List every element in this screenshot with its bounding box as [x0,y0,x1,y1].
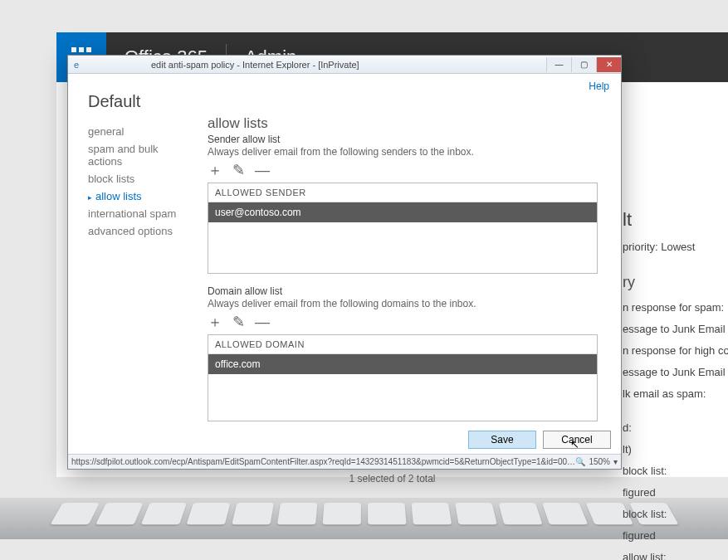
bg-line: lk email as spam: [623,385,728,403]
maximize-button[interactable]: ▢ [571,57,596,72]
selection-count: 1 selected of 2 total [56,473,728,485]
bg-line: essage to Junk Email folder [623,363,728,382]
add-sender-button[interactable]: ＋ [208,163,222,178]
help-link[interactable]: Help [589,80,609,92]
minimize-button[interactable]: — [546,57,571,72]
bg-line: figured [623,484,728,502]
background-right-panel: lt priority: Lowest ry n response for sp… [623,204,728,560]
zoom-icon: 🔍 [575,457,585,466]
domain-listbox[interactable]: ALLOWED DOMAIN office.com [208,334,598,421]
sender-list-row[interactable]: user@contoso.com [208,202,597,222]
bg-summary-header: ry [623,270,728,295]
status-bar: https://sdfpilot.outlook.com/ecp/Antispa… [68,454,621,469]
remove-sender-button[interactable]: — [255,163,270,178]
domain-list-header: ALLOWED DOMAIN [208,335,597,354]
dialog-footer: Save Cancel ↖ [68,426,621,454]
nav-block-lists[interactable]: block lists [88,170,194,187]
domain-allow-subtitle: Domain allow list [208,285,598,297]
window-title: edit anti-spam policy - Internet Explore… [151,60,359,70]
add-domain-button[interactable]: ＋ [208,314,222,329]
edit-sender-button[interactable]: ✎ [232,163,245,178]
remove-domain-button[interactable]: — [255,314,270,329]
ie-icon: e [68,60,85,70]
zoom-value: 150% [589,457,610,466]
left-nav: Default general spam and bulk actions bl… [68,74,201,426]
domain-list-row[interactable]: office.com [208,354,597,374]
bg-line: essage to Junk Email folder [623,320,728,338]
nav-allow-lists[interactable]: allow lists [88,187,194,205]
close-button[interactable]: ✕ [596,57,621,72]
bg-line: lt) [623,441,728,459]
edit-policy-dialog: e edit anti-spam policy - Internet Explo… [67,55,622,470]
bg-priority: priority: Lowest [623,238,728,256]
keyboard-decoration [0,498,728,539]
bg-policy-title: lt [623,204,728,235]
allow-lists-title: allow lists [208,115,598,132]
dialog-title: Default [88,92,194,111]
status-url: https://sdfpilot.outlook.com/ecp/Antispa… [71,457,575,466]
sender-allow-desc: Always deliver email from the following … [208,146,598,158]
cancel-button[interactable]: Cancel [543,431,611,449]
bg-line: allow list: [623,548,728,560]
zoom-dropdown-icon: ▾ [613,457,618,466]
sender-listbox[interactable]: ALLOWED SENDER user@contoso.com [208,183,598,274]
sender-toolbar: ＋ ✎ — [208,163,598,178]
zoom-control[interactable]: 🔍 150% ▾ [575,457,618,466]
save-button[interactable]: Save [468,431,536,449]
domain-toolbar: ＋ ✎ — [208,314,598,329]
nav-spam-bulk[interactable]: spam and bulk actions [88,140,194,170]
edit-domain-button[interactable]: ✎ [232,314,245,329]
bg-line: n response for high confidence [623,342,728,360]
bg-line: block list: [623,505,728,523]
domain-allow-desc: Always deliver email from the following … [208,298,598,309]
nav-general[interactable]: general [88,123,194,140]
bg-line: n response for spam: [623,299,728,317]
sender-list-header: ALLOWED SENDER [208,183,597,202]
sender-allow-subtitle: Sender allow list [208,134,598,145]
main-pane: allow lists Sender allow list Always del… [201,74,621,426]
nav-advanced[interactable]: advanced options [88,222,194,240]
bg-line: d: [623,419,728,437]
nav-international[interactable]: international spam [88,205,194,222]
bg-line: figured [623,527,728,545]
window-titlebar: e edit anti-spam policy - Internet Explo… [68,56,621,74]
